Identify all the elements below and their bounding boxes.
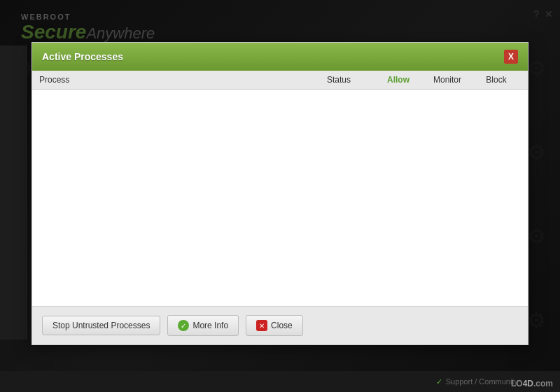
x-icon: ✕ (256, 320, 267, 331)
process-table-body (32, 90, 528, 307)
dialog-title-bar: Active Processes X (32, 43, 528, 71)
col-header-block: Block (472, 75, 521, 85)
col-header-status: Status (304, 75, 374, 85)
dialog-footer: Stop Untrusted Processes ✓ More Info ✕ C… (32, 307, 528, 344)
support-community-text[interactable]: Support / Community (446, 377, 518, 386)
active-processes-dialog: Active Processes X Process Status Allow … (31, 42, 528, 345)
support-check-icon: ✓ (436, 377, 442, 386)
more-info-button[interactable]: ✓ More Info (167, 315, 239, 336)
close-button[interactable]: ✕ Close (246, 315, 303, 336)
col-header-allow: Allow (374, 75, 423, 85)
table-header: Process Status Allow Monitor Block (32, 71, 528, 90)
check-icon: ✓ (178, 320, 189, 331)
dialog-close-button[interactable]: X (504, 50, 518, 64)
bottom-bar: ✓ Support / Community (0, 371, 560, 392)
col-header-monitor: Monitor (423, 75, 472, 85)
dialog-title: Active Processes (42, 51, 123, 62)
watermark: LO4D.com (511, 379, 553, 388)
stop-untrusted-processes-button[interactable]: Stop Untrusted Processes (42, 316, 160, 335)
col-header-process: Process (39, 75, 304, 85)
